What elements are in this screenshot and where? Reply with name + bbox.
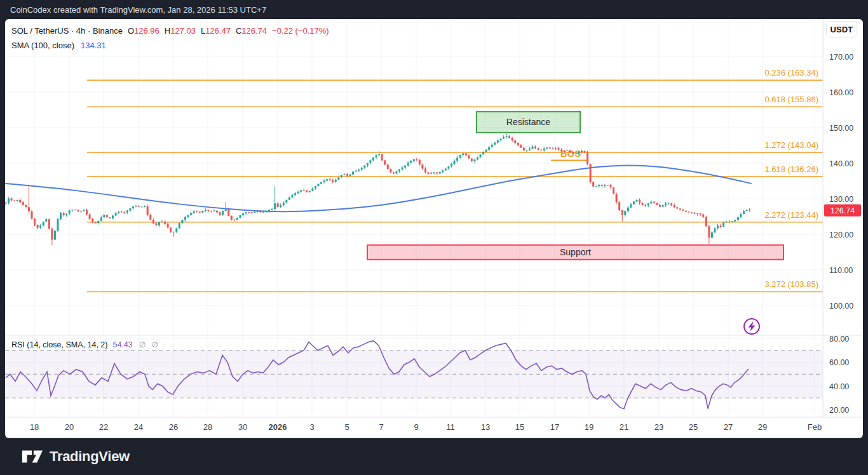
time-tick-label: 3 xyxy=(309,422,314,432)
lightning-icon[interactable] xyxy=(744,319,759,334)
bos-label: BOS xyxy=(560,148,581,159)
price-tick-label: 160.00 xyxy=(829,88,853,97)
support-label: Support xyxy=(560,247,591,257)
time-tick-label: Feb xyxy=(808,422,822,432)
time-tick-label: 7 xyxy=(379,422,383,432)
time-tick-label: 19 xyxy=(585,422,593,432)
time-tick-label: 27 xyxy=(724,422,733,432)
rsi-label[interactable]: RSI (14, close, SMA, 14, 2) xyxy=(11,340,107,349)
time-tick-label: 2026 xyxy=(269,422,287,432)
fib-label: 2.272 (123.44) xyxy=(764,210,818,220)
price-tick-label: 130.00 xyxy=(829,195,853,204)
tradingview-logo-icon xyxy=(22,448,43,465)
fib-label: 0.236 (163.34) xyxy=(764,68,818,77)
rsi-legend: RSI (14, close, SMA, 14, 2) 54.43 ∅ ∅ xyxy=(11,340,158,349)
currency-button[interactable]: USDT xyxy=(826,21,857,37)
time-tick-label: 28 xyxy=(203,422,212,432)
ohlc-values: O126.96H127.03L126.47C126.74 xyxy=(128,26,272,36)
price-axis[interactable]: 170.00160.00150.00140.00130.00120.00110.… xyxy=(824,53,861,415)
time-tick-label: 18 xyxy=(30,422,39,432)
ohlc-item: H127.03 xyxy=(165,26,196,36)
time-tick-label: 29 xyxy=(758,422,767,432)
fib-label: 1.272 (143.04) xyxy=(764,140,818,150)
price-tick-label: 140.00 xyxy=(829,159,853,168)
sma-value: 134.31 xyxy=(81,41,106,50)
price-tick-label: 150.00 xyxy=(829,124,853,133)
footer-bar: TradingView xyxy=(0,438,868,475)
brand-name: TradingView xyxy=(50,448,130,465)
sma-row: SMA (100, close) 134.31 xyxy=(11,38,329,53)
rsi-value: 54.43 xyxy=(112,340,132,349)
tradingview-logo-link[interactable]: TradingView xyxy=(22,448,130,465)
resistance-label: Resistance xyxy=(506,117,550,127)
ohlc-item: L126.47 xyxy=(201,26,231,36)
ohlc-item: O126.96 xyxy=(128,26,159,36)
rsi-guides xyxy=(5,351,823,398)
time-tick-label: 17 xyxy=(550,422,559,432)
price-tick-label: 170.00 xyxy=(829,53,853,62)
symbol-row: SOL / TetherUS · 4h · Binance O126.96H12… xyxy=(11,23,329,38)
time-tick-label: 22 xyxy=(99,422,108,432)
time-tick-label: 11 xyxy=(446,422,455,432)
attribution-text: CoinCodex created with TradingView.com, … xyxy=(10,5,266,15)
time-tick-label: 25 xyxy=(689,422,698,432)
price-tick-label: 120.00 xyxy=(829,231,853,239)
rsi-tick-label: 20.00 xyxy=(829,406,849,415)
time-tick-label: 30 xyxy=(238,422,247,432)
chart-canvas[interactable]: 0.236 (163.34)0.618 (155.86)1.272 (143.0… xyxy=(5,19,863,438)
rsi-tick-label: 80.00 xyxy=(829,335,849,344)
change-value: −0.22 (−0.17%) xyxy=(272,26,329,36)
symbol-title[interactable]: SOL / TetherUS · 4h · Binance xyxy=(11,26,123,36)
rsi-tick-label: 40.00 xyxy=(829,382,849,391)
time-tick-label: 15 xyxy=(515,422,524,432)
time-tick-label: 13 xyxy=(481,422,490,432)
time-tick-label: 23 xyxy=(654,422,663,432)
attribution-bar: CoinCodex created with TradingView.com, … xyxy=(0,0,868,19)
rsi-empty-values: ∅ ∅ xyxy=(139,340,158,349)
time-tick-label: 20 xyxy=(65,422,74,432)
fib-label: 3.272 (103.85) xyxy=(764,279,818,289)
sma-label[interactable]: SMA (100, close) xyxy=(11,41,74,50)
fib-label: 1.618 (136.26) xyxy=(764,164,818,174)
time-tick-label: 24 xyxy=(134,422,143,432)
time-axis[interactable]: 1820222426283020263579111315171921232527… xyxy=(30,422,822,432)
price-tick-label: 100.00 xyxy=(829,302,853,311)
time-tick-label: 21 xyxy=(620,422,628,432)
price-tick-label: 110.00 xyxy=(829,266,853,275)
chart-card: 0.236 (163.34)0.618 (155.86)1.272 (143.0… xyxy=(5,19,863,438)
rsi-tick-label: 60.00 xyxy=(829,358,849,367)
last-price-value: 126.74 xyxy=(831,206,855,215)
chart-legend: SOL / TetherUS · 4h · Binance O126.96H12… xyxy=(11,23,329,53)
candles-layer[interactable] xyxy=(5,134,750,246)
time-tick-label: 9 xyxy=(414,422,418,432)
ohlc-item: C126.74 xyxy=(236,26,267,36)
fib-label: 0.618 (155.86) xyxy=(764,95,818,104)
time-tick-label: 5 xyxy=(344,422,349,432)
time-tick-label: 26 xyxy=(169,422,178,432)
